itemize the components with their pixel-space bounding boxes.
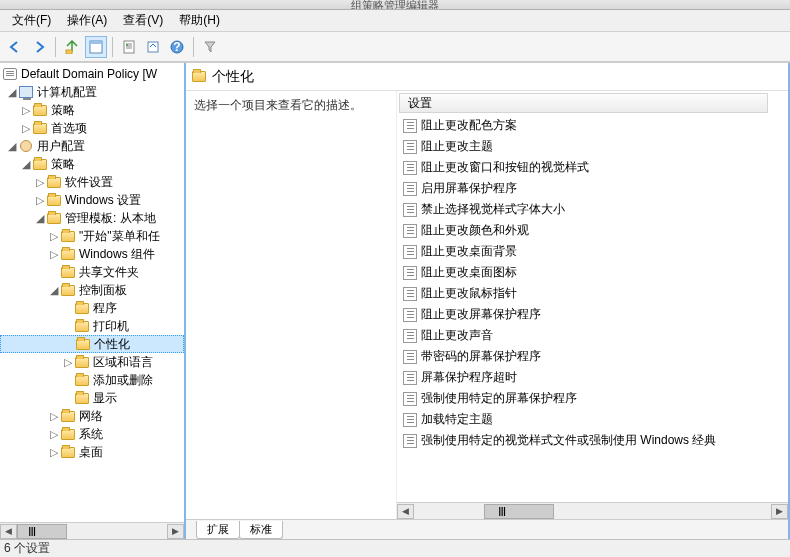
folder-icon bbox=[74, 355, 90, 369]
toolbar-separator bbox=[55, 37, 56, 57]
settings-item[interactable]: 屏幕保护程序超时 bbox=[399, 367, 788, 388]
status-bar: 6 个设置 bbox=[0, 539, 790, 557]
tree-label: 显示 bbox=[93, 390, 117, 407]
column-header-settings[interactable]: 设置 bbox=[399, 93, 768, 113]
export-button[interactable] bbox=[142, 36, 164, 58]
policy-icon bbox=[403, 182, 417, 196]
expand-icon[interactable]: ▷ bbox=[62, 356, 74, 369]
scroll-track[interactable]: Ⅲ bbox=[414, 504, 771, 519]
settings-item[interactable]: 带密码的屏幕保护程序 bbox=[399, 346, 788, 367]
settings-item[interactable]: 加载特定主题 bbox=[399, 409, 788, 430]
collapse-icon[interactable]: ◢ bbox=[6, 140, 18, 153]
expand-icon[interactable]: ▷ bbox=[20, 104, 32, 117]
tree-item[interactable]: ▷系统 bbox=[0, 425, 184, 443]
settings-item[interactable]: 阻止更改屏幕保护程序 bbox=[399, 304, 788, 325]
settings-item[interactable]: 强制使用特定的屏幕保护程序 bbox=[399, 388, 788, 409]
list-hscrollbar[interactable]: ◀ Ⅲ ▶ bbox=[397, 502, 788, 519]
tree-item[interactable]: ▷"开始"菜单和任 bbox=[0, 227, 184, 245]
tree-item-personalization[interactable]: 个性化 bbox=[0, 335, 184, 353]
expand-icon[interactable]: ▷ bbox=[34, 194, 46, 207]
scroll-thumb[interactable]: Ⅲ bbox=[484, 504, 554, 519]
settings-item[interactable]: 阻止更改鼠标指针 bbox=[399, 283, 788, 304]
tree-item[interactable]: ◢管理模板: 从本地 bbox=[0, 209, 184, 227]
collapse-icon[interactable]: ◢ bbox=[48, 284, 60, 297]
tree-item[interactable]: 程序 bbox=[0, 299, 184, 317]
tree-item[interactable]: ▷策略 bbox=[0, 101, 184, 119]
folder-icon bbox=[74, 301, 90, 315]
collapse-icon[interactable]: ◢ bbox=[6, 86, 18, 99]
menu-help[interactable]: 帮助(H) bbox=[171, 10, 228, 31]
settings-item[interactable]: 禁止选择视觉样式字体大小 bbox=[399, 199, 788, 220]
settings-item[interactable]: 阻止更改桌面图标 bbox=[399, 262, 788, 283]
settings-item-label: 阻止更改颜色和外观 bbox=[421, 222, 529, 239]
properties-button[interactable] bbox=[118, 36, 140, 58]
collapse-icon[interactable]: ◢ bbox=[34, 212, 46, 225]
collapse-icon[interactable]: ◢ bbox=[20, 158, 32, 171]
tree-item[interactable]: ▷桌面 bbox=[0, 443, 184, 461]
settings-item[interactable]: 阻止更改主题 bbox=[399, 136, 788, 157]
tree-item[interactable]: ▷Windows 设置 bbox=[0, 191, 184, 209]
tree-root[interactable]: Default Domain Policy [W bbox=[0, 65, 184, 83]
tree-item[interactable]: 显示 bbox=[0, 389, 184, 407]
scroll-right-icon[interactable]: ▶ bbox=[167, 524, 184, 539]
tree-item[interactable]: 共享文件夹 bbox=[0, 263, 184, 281]
scroll-left-icon[interactable]: ◀ bbox=[0, 524, 17, 539]
tree-label: 管理模板: 从本地 bbox=[65, 210, 156, 227]
settings-item[interactable]: 阻止更改声音 bbox=[399, 325, 788, 346]
expand-icon[interactable]: ▷ bbox=[48, 410, 60, 423]
back-button[interactable] bbox=[4, 36, 26, 58]
svg-rect-0 bbox=[66, 50, 72, 54]
settings-item[interactable]: 阻止更改窗口和按钮的视觉样式 bbox=[399, 157, 788, 178]
expand-icon[interactable]: ▷ bbox=[48, 446, 60, 459]
expand-icon[interactable]: ▷ bbox=[48, 230, 60, 243]
menu-action[interactable]: 操作(A) bbox=[59, 10, 115, 31]
filter-button[interactable] bbox=[199, 36, 221, 58]
show-hide-tree-button[interactable] bbox=[85, 36, 107, 58]
settings-list[interactable]: 阻止更改配色方案阻止更改主题阻止更改窗口和按钮的视觉样式启用屏幕保护程序禁止选择… bbox=[397, 115, 788, 502]
tree-label: "开始"菜单和任 bbox=[79, 228, 160, 245]
tree-label: 打印机 bbox=[93, 318, 129, 335]
settings-item[interactable]: 启用屏幕保护程序 bbox=[399, 178, 788, 199]
scroll-track[interactable]: Ⅲ bbox=[17, 524, 167, 539]
tree-item[interactable]: ▷首选项 bbox=[0, 119, 184, 137]
up-button[interactable] bbox=[61, 36, 83, 58]
tab-extended[interactable]: 扩展 bbox=[196, 521, 240, 539]
settings-item[interactable]: 阻止更改颜色和外观 bbox=[399, 220, 788, 241]
tree-item[interactable]: ▷Windows 组件 bbox=[0, 245, 184, 263]
settings-item[interactable]: 阻止更改桌面背景 bbox=[399, 241, 788, 262]
expand-icon[interactable]: ▷ bbox=[48, 428, 60, 441]
user-icon bbox=[18, 139, 34, 153]
tree-computer-config[interactable]: ◢计算机配置 bbox=[0, 83, 184, 101]
tree-label: 共享文件夹 bbox=[79, 264, 139, 281]
settings-item[interactable]: 强制使用特定的视觉样式文件或强制使用 Windows 经典 bbox=[399, 430, 788, 451]
scroll-thumb[interactable]: Ⅲ bbox=[17, 524, 67, 539]
settings-item[interactable]: 阻止更改配色方案 bbox=[399, 115, 788, 136]
expand-icon[interactable]: ▷ bbox=[20, 122, 32, 135]
tree[interactable]: Default Domain Policy [W ◢计算机配置 ▷策略 ▷首选项… bbox=[0, 63, 184, 522]
content-title: 个性化 bbox=[212, 68, 254, 86]
tree-item[interactable]: ▷区域和语言 bbox=[0, 353, 184, 371]
tree-item[interactable]: ◢控制面板 bbox=[0, 281, 184, 299]
tree-item[interactable]: ◢策略 bbox=[0, 155, 184, 173]
forward-button[interactable] bbox=[28, 36, 50, 58]
tree-hscrollbar[interactable]: ◀ Ⅲ ▶ bbox=[0, 522, 184, 539]
expand-icon[interactable]: ▷ bbox=[48, 248, 60, 261]
folder-icon bbox=[74, 373, 90, 387]
expand-icon[interactable]: ▷ bbox=[34, 176, 46, 189]
menu-view[interactable]: 查看(V) bbox=[115, 10, 171, 31]
tree-label: 系统 bbox=[79, 426, 103, 443]
settings-item-label: 启用屏幕保护程序 bbox=[421, 180, 517, 197]
tree-item[interactable]: ▷软件设置 bbox=[0, 173, 184, 191]
scroll-left-icon[interactable]: ◀ bbox=[397, 504, 414, 519]
folder-icon bbox=[60, 283, 76, 297]
scroll-right-icon[interactable]: ▶ bbox=[771, 504, 788, 519]
folder-icon bbox=[60, 409, 76, 423]
window-title: 组策略管理编辑器 bbox=[0, 0, 790, 10]
help-button[interactable]: ? bbox=[166, 36, 188, 58]
menu-file[interactable]: 文件(F) bbox=[4, 10, 59, 31]
tree-item[interactable]: 打印机 bbox=[0, 317, 184, 335]
tree-item[interactable]: 添加或删除 bbox=[0, 371, 184, 389]
tab-standard[interactable]: 标准 bbox=[239, 521, 283, 539]
tree-user-config[interactable]: ◢用户配置 bbox=[0, 137, 184, 155]
tree-item[interactable]: ▷网络 bbox=[0, 407, 184, 425]
